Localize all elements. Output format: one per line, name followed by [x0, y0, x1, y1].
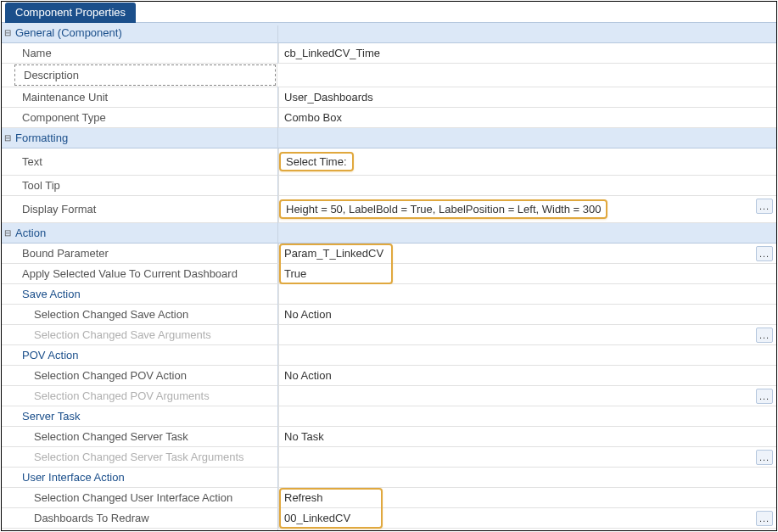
- prop-value[interactable]: True: [278, 264, 776, 283]
- ellipsis-button[interactable]: ...: [756, 199, 773, 214]
- prop-value[interactable]: [278, 176, 776, 195]
- prop-value[interactable]: 00_LinkedCV ...: [278, 508, 776, 528]
- highlight-box: Select Time:: [279, 152, 354, 171]
- prop-label: Name: [14, 43, 278, 63]
- prop-label: Selection Changed Server Task Arguments: [14, 447, 278, 467]
- prop-label: Dashboards To Redraw: [14, 508, 278, 528]
- row-dashboards-redraw[interactable]: Dashboards To Redraw 00_LinkedCV ...: [2, 508, 776, 529]
- subsection-label: Save Action: [14, 284, 278, 304]
- prop-value[interactable]: No Action: [278, 366, 776, 385]
- property-grid: ⊟ General (Component) Name cb_LinkedCV_T…: [2, 23, 776, 529]
- row-server-task-args[interactable]: Selection Changed Server Task Arguments …: [2, 447, 776, 468]
- row-bound-parameter[interactable]: Bound Parameter Param_T_LinkedCV ...: [2, 244, 776, 264]
- component-properties-panel: Component Properties ⊟ General (Componen…: [1, 1, 777, 531]
- tab-bar: Component Properties: [2, 2, 776, 23]
- row-tooltip[interactable]: Tool Tip: [2, 176, 776, 196]
- collapse-icon[interactable]: ⊟: [2, 223, 14, 243]
- subsection-pov-action[interactable]: POV Action: [2, 345, 776, 366]
- section-general[interactable]: ⊟ General (Component): [2, 23, 776, 43]
- row-pov-action-args[interactable]: Selection Changed POV Arguments ...: [2, 386, 776, 406]
- row-save-action-args[interactable]: Selection Changed Save Arguments ...: [2, 325, 776, 345]
- subsection-label: User Interface Action: [14, 468, 278, 487]
- row-maintenance-unit[interactable]: Maintenance Unit User_Dashboards: [2, 87, 776, 108]
- prop-label: Selection Changed Server Task: [14, 427, 278, 446]
- row-description[interactable]: Description: [2, 64, 776, 87]
- section-label: Formatting: [14, 128, 278, 148]
- subsection-save-action[interactable]: Save Action: [2, 284, 776, 305]
- section-label: General (Component): [14, 23, 278, 42]
- prop-value[interactable]: Param_T_LinkedCV ...: [278, 244, 776, 263]
- prop-label: Tool Tip: [14, 176, 278, 195]
- section-label: Action: [14, 223, 278, 243]
- prop-label: Text: [14, 148, 278, 175]
- prop-label: Selection Changed User Interface Action: [14, 488, 278, 507]
- section-action[interactable]: ⊟ Action: [2, 223, 776, 244]
- highlight-group-ui: Selection Changed User Interface Action …: [2, 488, 776, 529]
- prop-label: Component Type: [14, 108, 278, 127]
- row-display-format[interactable]: Display Format Height = 50, LabelBold = …: [2, 196, 776, 223]
- prop-label: Selection Changed Save Arguments: [14, 325, 278, 344]
- ellipsis-button[interactable]: ...: [756, 328, 773, 343]
- ellipsis-button[interactable]: ...: [756, 450, 773, 465]
- row-apply-selected-value[interactable]: Apply Selected Value To Current Dashboar…: [2, 264, 776, 284]
- row-save-action-sel[interactable]: Selection Changed Save Action No Action: [2, 305, 776, 325]
- row-component-type[interactable]: Component Type Combo Box: [2, 108, 776, 128]
- prop-value[interactable]: cb_LinkedCV_Time: [278, 43, 776, 63]
- subsection-ui-action[interactable]: User Interface Action: [2, 468, 776, 488]
- prop-label: Apply Selected Value To Current Dashboar…: [14, 264, 278, 283]
- row-server-task-sel[interactable]: Selection Changed Server Task No Task: [2, 427, 776, 447]
- highlight-box: Height = 50, LabelBold = True, LabelPosi…: [279, 199, 607, 219]
- prop-label: Selection Changed Save Action: [14, 305, 278, 324]
- ellipsis-button[interactable]: ...: [756, 389, 773, 404]
- tab-component-properties[interactable]: Component Properties: [5, 3, 136, 23]
- highlight-group-bound: Bound Parameter Param_T_LinkedCV ... App…: [2, 244, 776, 284]
- prop-value[interactable]: No Action: [278, 305, 776, 324]
- collapse-icon[interactable]: ⊟: [2, 23, 14, 42]
- prop-label: Display Format: [14, 196, 278, 222]
- collapse-icon[interactable]: ⊟: [2, 128, 14, 148]
- prop-value[interactable]: ...: [278, 325, 776, 344]
- prop-label: Selection Changed POV Action: [14, 366, 278, 385]
- subsection-label: Server Task: [14, 406, 278, 426]
- row-text[interactable]: Text Select Time:: [2, 148, 776, 176]
- prop-label: Description: [14, 64, 276, 86]
- prop-value[interactable]: [277, 64, 776, 87]
- ellipsis-button[interactable]: ...: [756, 511, 773, 526]
- prop-value[interactable]: Select Time:: [278, 148, 776, 175]
- prop-value[interactable]: Combo Box: [278, 108, 776, 127]
- prop-label: Maintenance Unit: [14, 87, 278, 107]
- subsection-server-task[interactable]: Server Task: [2, 406, 776, 427]
- prop-value[interactable]: User_Dashboards: [278, 87, 776, 107]
- prop-label: Selection Changed POV Arguments: [14, 386, 278, 406]
- row-pov-action-sel[interactable]: Selection Changed POV Action No Action: [2, 366, 776, 386]
- ellipsis-button[interactable]: ...: [756, 246, 773, 261]
- prop-value[interactable]: No Task: [278, 427, 776, 446]
- subsection-label: POV Action: [14, 345, 278, 365]
- prop-label: Bound Parameter: [14, 244, 278, 263]
- prop-value[interactable]: Height = 50, LabelBold = True, LabelPosi…: [278, 196, 776, 222]
- section-formatting[interactable]: ⊟ Formatting: [2, 128, 776, 148]
- prop-value[interactable]: ...: [278, 386, 776, 406]
- prop-value[interactable]: Refresh: [278, 488, 776, 507]
- prop-value[interactable]: ...: [278, 447, 776, 467]
- row-name[interactable]: Name cb_LinkedCV_Time: [2, 43, 776, 64]
- row-ui-action-sel[interactable]: Selection Changed User Interface Action …: [2, 488, 776, 508]
